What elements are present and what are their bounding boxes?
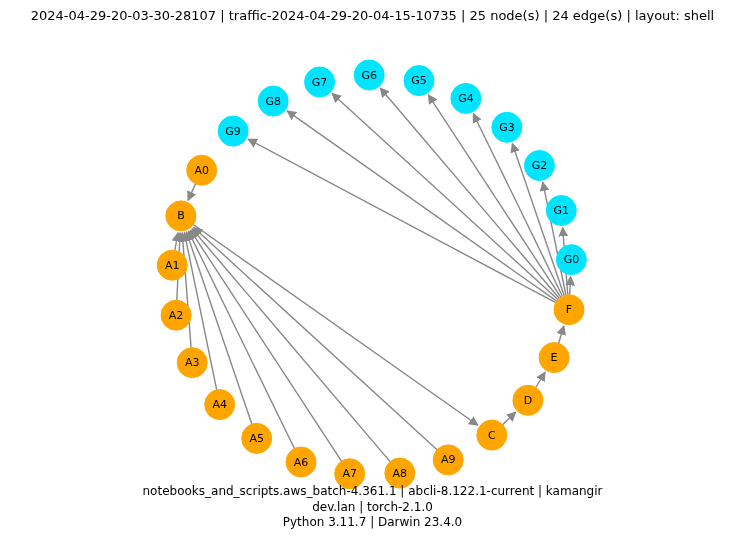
page-footer: notebooks_and_scripts.aws_batch-4.361.1 … <box>0 484 745 531</box>
svg-point-20 <box>433 445 463 475</box>
nodes-layer: G0G1G2G3G4G5G6G7G8G9A0BA1A2A3A4A5A6A7A8A… <box>157 60 586 489</box>
node-A9: A9 <box>433 445 463 475</box>
node-A1: A1 <box>157 250 187 280</box>
svg-point-12 <box>157 250 187 280</box>
node-G5: G5 <box>404 66 434 96</box>
node-A6: A6 <box>286 447 316 477</box>
edge-F-G7 <box>332 94 558 300</box>
svg-point-5 <box>404 66 434 96</box>
node-A2: A2 <box>161 300 191 330</box>
edge-F-G6 <box>380 88 559 298</box>
edge-A0-B <box>188 184 196 201</box>
footer-line-2: dev.lan | torch-2.1.0 <box>0 500 745 516</box>
svg-point-7 <box>305 67 335 97</box>
node-G1: G1 <box>546 196 576 226</box>
edge-A3-B <box>182 233 191 348</box>
edge-E-F <box>559 326 564 343</box>
svg-point-4 <box>451 83 481 113</box>
svg-point-23 <box>539 343 569 373</box>
edge-C-D <box>503 412 516 425</box>
svg-point-15 <box>205 390 235 420</box>
node-G8: G8 <box>258 86 288 116</box>
node-G2: G2 <box>524 151 554 181</box>
svg-point-17 <box>286 447 316 477</box>
svg-point-14 <box>177 348 207 378</box>
node-D: D <box>513 385 543 415</box>
edge-A1-B <box>175 233 178 251</box>
svg-point-3 <box>492 112 522 142</box>
node-G9: G9 <box>218 116 248 146</box>
svg-point-24 <box>554 295 584 325</box>
node-G0: G0 <box>556 245 586 275</box>
node-G6: G6 <box>354 60 384 90</box>
footer-line-1: notebooks_and_scripts.aws_batch-4.361.1 … <box>0 484 745 500</box>
node-G7: G7 <box>305 67 335 97</box>
node-A5: A5 <box>242 423 272 453</box>
edge-A6-B <box>188 231 294 448</box>
node-G3: G3 <box>492 112 522 142</box>
svg-point-16 <box>242 423 272 453</box>
graph-canvas: G0G1G2G3G4G5G6G7G8G9A0BA1A2A3A4A5A6A7A8A… <box>0 0 745 539</box>
node-E: E <box>539 343 569 373</box>
node-A3: A3 <box>177 348 207 378</box>
node-F: F <box>554 295 584 325</box>
edge-D-E <box>536 372 546 387</box>
node-A0: A0 <box>187 155 217 185</box>
svg-point-13 <box>161 300 191 330</box>
node-A4: A4 <box>205 390 235 420</box>
edge-F-G0 <box>570 277 571 295</box>
edge-F-G9 <box>248 139 556 303</box>
node-G4: G4 <box>451 83 481 113</box>
svg-point-0 <box>556 245 586 275</box>
svg-point-6 <box>354 60 384 90</box>
svg-point-8 <box>258 86 288 116</box>
svg-point-9 <box>218 116 248 146</box>
edge-B-C <box>193 225 478 426</box>
node-B: B <box>166 201 196 231</box>
footer-line-3: Python 3.11.7 | Darwin 23.4.0 <box>0 515 745 531</box>
svg-point-2 <box>524 151 554 181</box>
svg-point-22 <box>513 385 543 415</box>
node-C: C <box>477 420 507 450</box>
svg-point-1 <box>546 196 576 226</box>
edge-A8-B <box>192 229 390 462</box>
svg-point-21 <box>477 420 507 450</box>
svg-point-11 <box>166 201 196 231</box>
svg-point-10 <box>187 155 217 185</box>
edge-A9-B <box>194 227 438 449</box>
